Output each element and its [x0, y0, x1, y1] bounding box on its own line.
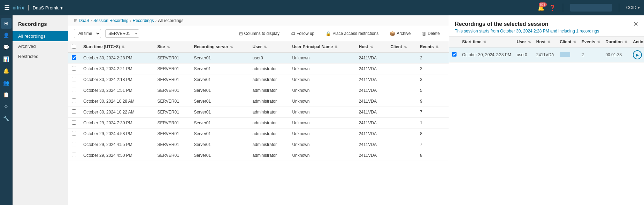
cell-host: 2411VDA: [355, 129, 387, 139]
col-upn[interactable]: User Principal Name ⇅: [289, 41, 355, 53]
sp-cell-checkbox[interactable]: [449, 47, 459, 63]
row-checkbox[interactable]: [72, 109, 76, 114]
sidebar-icon-user[interactable]: 👤: [1, 30, 12, 41]
row-checkbox-cell[interactable]: [68, 150, 80, 161]
breadcrumb-daas[interactable]: DaaS: [79, 18, 89, 23]
sidebar-item-restricted[interactable]: Restricted: [13, 51, 68, 61]
cell-recording-server: Server01: [190, 107, 249, 118]
table-row[interactable]: October 30, 2024 10:22 AM SERVER01 Serve…: [68, 107, 449, 118]
account-menu[interactable]: CCID ▾: [626, 5, 640, 10]
sp-cell-action[interactable]: ▶: [630, 47, 644, 63]
cell-site: SERVER01: [154, 74, 190, 85]
row-checkbox[interactable]: [72, 153, 76, 157]
table-row[interactable]: October 30, 2024 2:28 PM SERVER01 Server…: [68, 53, 449, 64]
row-checkbox[interactable]: [72, 55, 76, 60]
play-button[interactable]: ▶: [633, 50, 642, 59]
access-restrictions-button[interactable]: 🔒 Place access restrictions: [322, 29, 382, 38]
sp-col-duration[interactable]: Duration ⇅: [603, 37, 630, 47]
sidebar-icon-grid[interactable]: ⊞: [1, 18, 12, 29]
side-panel-close-button[interactable]: ✕: [633, 21, 638, 27]
breadcrumb-recordings[interactable]: Recordings: [133, 18, 154, 23]
breadcrumb-session-recording[interactable]: Session Recording: [93, 18, 129, 23]
follow-up-label: Follow up: [297, 31, 314, 36]
sidebar-icon-settings[interactable]: ⚙: [1, 101, 12, 112]
cell-host: 2411VDA: [355, 53, 387, 64]
sidebar-icon-chart[interactable]: 📊: [1, 54, 12, 64]
cell-events: 8: [416, 150, 449, 161]
sidebar-icon-chat[interactable]: 💬: [1, 42, 12, 52]
row-checkbox[interactable]: [72, 142, 76, 146]
follow-up-icon: 🏷: [291, 31, 295, 36]
cell-host: 2411VDA: [355, 85, 387, 96]
side-panel-row[interactable]: October 30, 2024 2:28 PM user0 2411VDA 2…: [449, 47, 644, 63]
sp-col-events[interactable]: Events ⇅: [579, 37, 603, 47]
sp-col-start-time[interactable]: Start time ⇅: [459, 37, 514, 47]
col-start-time[interactable]: Start time (UTC+8) ⇅: [80, 41, 154, 53]
sidebar-icon-group[interactable]: 👥: [1, 78, 12, 88]
row-checkbox[interactable]: [72, 98, 76, 103]
cell-client: [387, 53, 416, 64]
col-host[interactable]: Host ⇅: [355, 41, 387, 53]
table-row[interactable]: October 29, 2024 4:58 PM SERVER01 Server…: [68, 129, 449, 139]
col-client[interactable]: Client ⇅: [387, 41, 416, 53]
side-panel-header: Recordings of the selected session This …: [449, 15, 644, 37]
row-checkbox[interactable]: [72, 120, 76, 125]
table-row[interactable]: October 29, 2024 7:30 PM SERVER01 Server…: [68, 118, 449, 129]
row-checkbox-cell[interactable]: [68, 53, 80, 64]
cell-site: SERVER01: [154, 85, 190, 96]
cell-host: 2411VDA: [355, 139, 387, 150]
sidebar-icon-tools[interactable]: 🔧: [1, 113, 12, 124]
sidebar-item-all-recordings[interactable]: All recordings: [13, 31, 68, 41]
sidebar-icon-bell[interactable]: 🔔: [1, 66, 12, 76]
row-checkbox-cell[interactable]: [68, 74, 80, 85]
cell-site: SERVER01: [154, 139, 190, 150]
nav-search-input[interactable]: [570, 4, 612, 12]
menu-icon[interactable]: ☰: [4, 4, 10, 12]
archive-button[interactable]: 📦 Archive: [386, 29, 414, 38]
table-row[interactable]: October 30, 2024 2:21 PM SERVER01 Server…: [68, 64, 449, 74]
table-row[interactable]: October 29, 2024 4:50 PM SERVER01 Server…: [68, 150, 449, 161]
time-filter-dropdown[interactable]: All time: [74, 29, 101, 38]
row-checkbox[interactable]: [72, 77, 76, 81]
row-checkbox-cell[interactable]: [68, 139, 80, 150]
sp-col-client[interactable]: Client ⇅: [557, 37, 579, 47]
side-panel-title: Recordings of the selected session: [455, 21, 599, 27]
row-checkbox[interactable]: [72, 131, 76, 136]
client-color-chip: [560, 52, 570, 57]
table-row[interactable]: October 30, 2024 1:51 PM SERVER01 Server…: [68, 85, 449, 96]
row-checkbox[interactable]: [72, 88, 76, 92]
sp-col-user[interactable]: User ⇅: [514, 37, 534, 47]
cell-start-time: October 30, 2024 1:51 PM: [80, 85, 154, 96]
notifications-bell[interactable]: 🔔 573: [538, 5, 545, 11]
breadcrumb-all-recordings: All recordings: [158, 18, 183, 23]
sidebar-item-archived[interactable]: Archived: [13, 41, 68, 51]
row-checkbox-cell[interactable]: [68, 129, 80, 139]
follow-up-button[interactable]: 🏷 Follow up: [287, 29, 318, 38]
row-checkbox-cell[interactable]: [68, 96, 80, 107]
cell-start-time: October 30, 2024 10:22 AM: [80, 107, 154, 118]
select-all-header[interactable]: [68, 41, 80, 53]
col-site[interactable]: Site ⇅: [154, 41, 190, 53]
server-filter-dropdown[interactable]: SERVER01: [105, 29, 139, 38]
cell-host: 2411VDA: [355, 118, 387, 129]
columns-button[interactable]: ⊞ Columns to display: [236, 29, 283, 38]
sp-row-checkbox[interactable]: [452, 52, 457, 57]
help-icon[interactable]: ❓: [549, 5, 556, 11]
row-checkbox[interactable]: [72, 66, 76, 71]
table-row[interactable]: October 29, 2024 4:55 PM SERVER01 Server…: [68, 139, 449, 150]
sidebar-icon-list[interactable]: 📋: [1, 89, 12, 100]
select-all-checkbox[interactable]: [72, 44, 76, 49]
sp-col-host[interactable]: Host ⇅: [534, 37, 557, 47]
row-checkbox-cell[interactable]: [68, 118, 80, 129]
delete-button[interactable]: 🗑 Delete: [418, 29, 443, 38]
delete-icon: 🗑: [422, 31, 426, 36]
row-checkbox-cell[interactable]: [68, 85, 80, 96]
nav-logo: citrix | DaaS Premium: [13, 5, 63, 11]
row-checkbox-cell[interactable]: [68, 107, 80, 118]
row-checkbox-cell[interactable]: [68, 64, 80, 74]
col-user[interactable]: User ⇅: [249, 41, 289, 53]
col-recording-server[interactable]: Recording server ⇅: [190, 41, 249, 53]
table-row[interactable]: October 30, 2024 2:18 PM SERVER01 Server…: [68, 74, 449, 85]
col-events[interactable]: Events ⇅: [416, 41, 449, 53]
table-row[interactable]: October 30, 2024 10:28 AM SERVER01 Serve…: [68, 96, 449, 107]
